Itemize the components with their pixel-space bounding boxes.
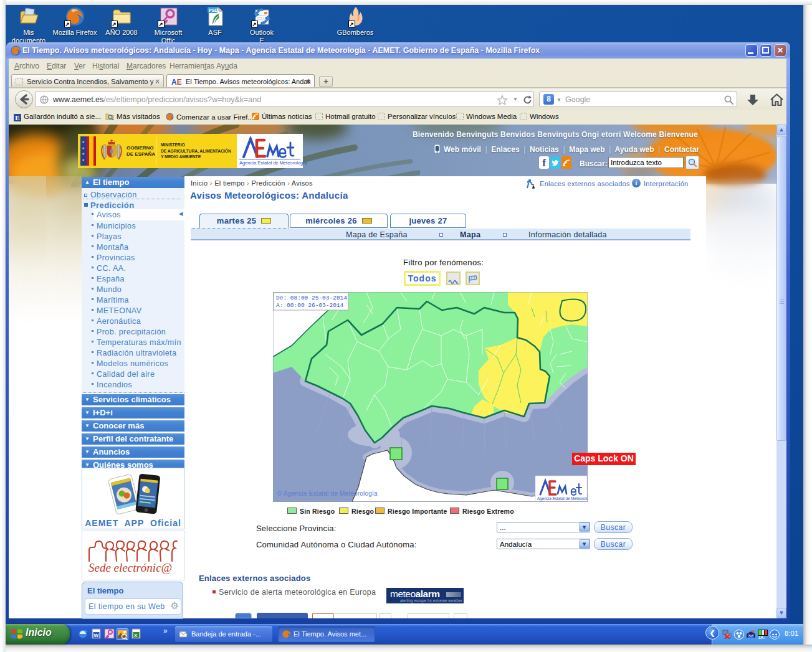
svg-text:© Agencia Estatal de Meteorolo: © Agencia Estatal de Meteorología	[277, 490, 378, 497]
svg-text:A: 00:00 26-03-2014: A: 00:00 26-03-2014	[276, 302, 344, 309]
svg-text:Agencia Estatal de Meteorologí: Agencia Estatal de Meteorología	[537, 496, 588, 501]
svg-text:W: W	[94, 633, 99, 638]
svg-text:PSD: PSD	[209, 8, 217, 12]
svg-text:X: X	[134, 633, 138, 638]
svg-text:De: 08:00 25-03-2014: De: 08:00 25-03-2014	[276, 295, 347, 301]
svg-text:1A↓: 1A↓	[758, 635, 766, 639]
